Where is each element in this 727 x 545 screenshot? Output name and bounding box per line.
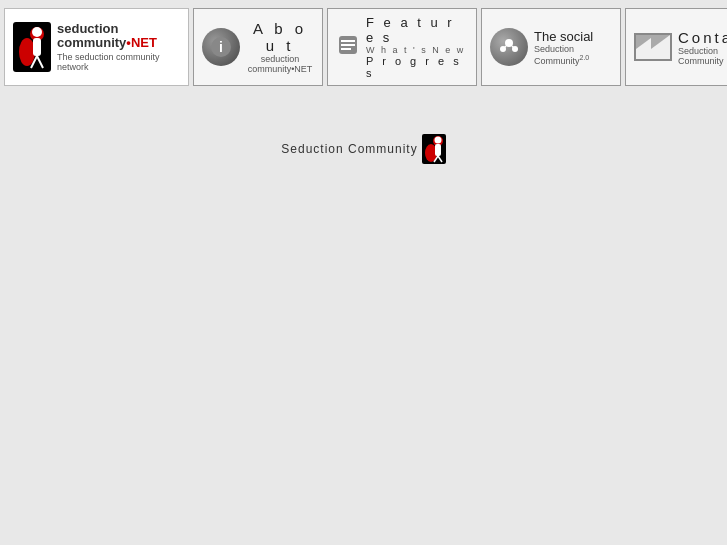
svg-point-12 <box>505 39 513 47</box>
svg-line-5 <box>37 56 43 68</box>
about-text-block: A b o u t seduction community•NET <box>246 20 314 74</box>
logo-community-text: community <box>57 35 126 50</box>
logo-icon <box>13 22 51 72</box>
contact-sub-label: Seduction Community <box>678 46 727 66</box>
social-sub-label: Seduction Community2.0 <box>534 44 612 66</box>
features-icon-circle <box>336 33 360 61</box>
svg-rect-3 <box>33 38 41 56</box>
about-label: A b o u t <box>246 20 314 54</box>
center-logo-block: Seduction Community <box>281 134 445 164</box>
svg-line-22 <box>438 156 442 162</box>
logo-title-text: seduction <box>57 21 118 36</box>
features-sub1: W h a t ' s N e w <box>366 45 465 55</box>
svg-point-19 <box>434 137 441 144</box>
center-logo-text: Seduction Community <box>281 142 417 156</box>
svg-point-1 <box>19 38 35 66</box>
nav-about-inner: i A b o u t seduction community•NET <box>202 20 314 74</box>
logo-net-text: •NET <box>126 35 157 50</box>
features-sub2: P r o g r e s s <box>366 55 468 79</box>
nav-features-item[interactable]: F e a t u r e s W h a t ' s N e w P r o … <box>327 8 477 86</box>
contact-label: Contact <box>678 29 727 46</box>
svg-rect-9 <box>341 40 355 42</box>
svg-rect-20 <box>435 144 441 156</box>
logo-text: seduction community•NET The seduction co… <box>57 22 180 73</box>
nav-social-inner: The social Seduction Community2.0 <box>490 28 612 66</box>
contact-text-block: Contact Seduction Community <box>678 29 727 66</box>
nav-social-item[interactable]: The social Seduction Community2.0 <box>481 8 621 86</box>
nav-bar: seduction community•NET The seduction co… <box>0 0 727 94</box>
nav-features-inner: F e a t u r e s W h a t ' s N e w P r o … <box>336 15 468 79</box>
svg-rect-11 <box>341 48 351 50</box>
center-logo-icon <box>422 134 446 164</box>
nav-logo-item[interactable]: seduction community•NET The seduction co… <box>4 8 189 86</box>
features-label: F e a t u r e s <box>366 15 468 45</box>
nav-contact-item[interactable]: Contact Seduction Community <box>625 8 727 86</box>
logo-subtitle-text: The seduction community network <box>57 52 180 72</box>
social-text-block: The social Seduction Community2.0 <box>534 29 612 66</box>
svg-text:i: i <box>219 39 223 55</box>
features-text-block: F e a t u r e s W h a t ' s N e w P r o … <box>366 15 468 79</box>
social-label: The social <box>534 29 593 44</box>
social-icon-circle <box>490 28 528 66</box>
nav-contact-inner: Contact Seduction Community <box>634 29 727 66</box>
nav-about-item[interactable]: i A b o u t seduction community•NET <box>193 8 323 86</box>
about-icon-circle: i <box>202 28 240 66</box>
about-sub-label: seduction community•NET <box>246 54 314 74</box>
content-area: Seduction Community <box>0 94 727 164</box>
svg-point-2 <box>32 27 42 37</box>
envelope-icon <box>634 33 672 61</box>
svg-rect-10 <box>341 44 355 46</box>
